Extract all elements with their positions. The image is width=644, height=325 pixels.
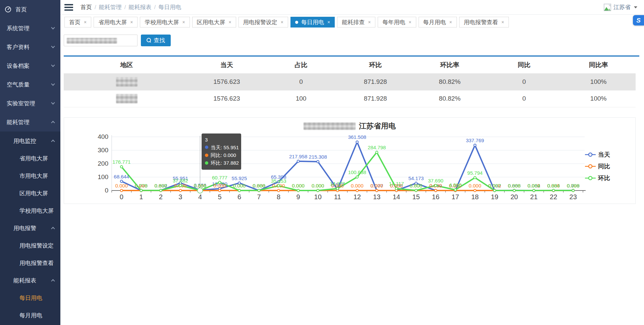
svg-text:0.000: 0.000 <box>469 183 481 188</box>
tab-每年用电[interactable]: 每年用电× <box>378 17 416 28</box>
tab-close-icon[interactable]: × <box>501 19 504 25</box>
tab-能耗排查[interactable]: 能耗排查× <box>337 17 375 28</box>
sidebar-group-客户资料[interactable]: 客户资料 <box>0 38 60 56</box>
table-cell: 871.928 <box>338 73 413 90</box>
sidebar-item-home[interactable]: 首页 <box>0 0 60 19</box>
tab-首页[interactable]: 首页× <box>64 17 91 28</box>
svg-text:0.800: 0.800 <box>155 182 167 188</box>
table-cell: 100% <box>561 90 636 107</box>
sidebar-item-用电报警查看[interactable]: 用电报警查看 <box>0 254 60 272</box>
svg-text:200: 200 <box>98 160 108 167</box>
sidebar-item-用电报警[interactable]: 用电报警 <box>0 219 60 237</box>
legend-line-icon <box>585 176 596 180</box>
avatar-placeholder-icon <box>604 4 611 11</box>
breadcrumb-item-首页: 首页 <box>80 3 92 11</box>
table-cell: 0 <box>487 90 561 107</box>
tab-每日用电[interactable]: 每日用电× <box>290 17 335 28</box>
svg-text:8: 8 <box>277 193 280 201</box>
svg-text:3: 3 <box>178 193 182 201</box>
svg-text:100.638: 100.638 <box>348 169 366 175</box>
svg-text:0.000: 0.000 <box>115 183 128 188</box>
svg-text:0.000: 0.000 <box>233 183 246 188</box>
sidebar-item-用电监控[interactable]: 用电监控 <box>0 132 60 150</box>
tab-label: 能耗排查 <box>342 18 365 26</box>
tab-学校用电大屏[interactable]: 学校用电大屏× <box>140 17 190 28</box>
svg-text:12: 12 <box>354 193 361 201</box>
breadcrumb-item-能耗管理[interactable]: 能耗管理 <box>99 3 122 11</box>
sidebar-item-label: 区用电大屏 <box>0 189 48 197</box>
main-area: 首页/能耗管理/能耗报表/每日用电 江苏省 首页×省用电大屏×学校用电大屏×区用… <box>60 0 644 325</box>
svg-text:1: 1 <box>139 193 143 201</box>
table-header-环比: 环比 <box>338 57 413 73</box>
tab-close-icon[interactable]: × <box>229 19 231 25</box>
breadcrumb: 首页/能耗管理/能耗报表/每日用电 <box>80 3 181 11</box>
breadcrumb-separator: / <box>124 4 126 11</box>
tab-close-icon[interactable]: × <box>327 19 330 25</box>
chevron-up-icon <box>51 140 55 143</box>
tab-close-icon[interactable]: × <box>281 19 283 25</box>
sidebar-item-每日用电[interactable]: 每日用电 <box>0 289 60 307</box>
svg-text:300: 300 <box>98 147 108 154</box>
sidebar-item-学校用电大屏[interactable]: 学校用电大屏 <box>0 202 60 219</box>
table-cell: 1576.623 <box>190 90 264 107</box>
tab-每月用电[interactable]: 每月用电× <box>419 17 457 28</box>
tab-close-icon[interactable]: × <box>84 19 87 25</box>
svg-text:176.771: 176.771 <box>112 159 130 165</box>
daily-usage-chart[interactable]: 0100200300400012345678910111213141516171… <box>64 118 635 204</box>
sidebar-toggle-icon[interactable] <box>64 4 73 11</box>
sidebar-item-省用电大屏[interactable]: 省用电大屏 <box>0 150 60 167</box>
floating-side-widget[interactable]: S <box>633 15 644 25</box>
svg-text:68.644: 68.644 <box>114 173 129 179</box>
svg-text:11: 11 <box>334 193 341 201</box>
search-input[interactable] <box>64 35 138 46</box>
tab-用电报警设定[interactable]: 用电报警设定× <box>238 17 288 28</box>
tab-close-icon[interactable]: × <box>368 19 371 25</box>
sidebar-group-能耗管理[interactable]: 能耗管理 <box>0 113 60 131</box>
tab-close-icon[interactable]: × <box>449 19 452 25</box>
sidebar-item-市用电大屏[interactable]: 市用电大屏 <box>0 167 60 184</box>
sidebar-item-能耗报表[interactable]: 能耗报表 <box>0 272 60 289</box>
svg-text:17: 17 <box>451 193 459 201</box>
sidebar-item-区用电大屏[interactable]: 区用电大屏 <box>0 184 60 202</box>
top-header: 首页/能耗管理/能耗报表/每日用电 江苏省 <box>60 0 644 15</box>
tab-省用电大屏[interactable]: 省用电大屏× <box>94 17 138 28</box>
svg-text:100: 100 <box>98 173 108 180</box>
svg-text:21: 21 <box>530 193 538 201</box>
sidebar-item-用电报警设定[interactable]: 用电报警设定 <box>0 237 60 254</box>
tab-close-icon[interactable]: × <box>182 19 185 25</box>
legend-item-当天[interactable]: 当天 <box>585 151 610 159</box>
sidebar-group-空气质量[interactable]: 空气质量 <box>0 75 60 94</box>
table-header-row: 地区当天占比环比环比率同比同比率 <box>64 57 636 73</box>
svg-text:10: 10 <box>314 193 322 201</box>
svg-text:95.794: 95.794 <box>467 170 483 175</box>
sidebar-group-实验室管理[interactable]: 实验室管理 <box>0 94 60 113</box>
svg-text:0.007: 0.007 <box>488 182 501 188</box>
sidebar-group-系统管理[interactable]: 系统管理 <box>0 19 60 38</box>
region-cell <box>64 90 190 107</box>
svg-text:217.958: 217.958 <box>289 153 307 159</box>
tab-区用电大屏[interactable]: 区用电大屏× <box>192 17 236 28</box>
table-cell: 0 <box>487 73 561 90</box>
sidebar-group-设备档案[interactable]: 设备档案 <box>0 56 60 75</box>
tab-用电报警查看[interactable]: 用电报警查看× <box>459 17 509 28</box>
content-area: 查找 地区当天占比环比环比率同比同比率 1576.6230871.92880.8… <box>60 30 644 204</box>
svg-text:37.882: 37.882 <box>173 177 188 183</box>
search-button[interactable]: 查找 <box>141 35 171 46</box>
tab-label: 省用电大屏 <box>98 18 127 26</box>
table-header-地区: 地区 <box>64 57 190 73</box>
breadcrumb-item-每日用电[interactable]: 每日用电 <box>158 3 181 11</box>
svg-text:215.308: 215.308 <box>309 154 327 159</box>
sidebar: 首页 系统管理客户资料设备档案空气质量实验室管理能耗管理 用电监控省用电大屏市用… <box>0 0 60 325</box>
sidebar-item-label: 用电监控 <box>0 137 36 145</box>
breadcrumb-item-能耗报表[interactable]: 能耗报表 <box>128 3 151 11</box>
table-header-同比: 同比 <box>487 57 561 73</box>
svg-text:18: 18 <box>471 193 479 201</box>
sidebar-item-每月用电[interactable]: 每月用电 <box>0 307 60 324</box>
tab-close-icon[interactable]: × <box>409 19 411 25</box>
user-region-dropdown[interactable]: 江苏省 <box>604 3 637 11</box>
side-widget-glyph: S <box>636 17 641 24</box>
tab-close-icon[interactable]: × <box>130 19 133 25</box>
breadcrumb-separator: / <box>95 4 96 11</box>
legend-item-同比[interactable]: 同比 <box>585 162 610 170</box>
legend-item-环比[interactable]: 环比 <box>585 174 610 182</box>
